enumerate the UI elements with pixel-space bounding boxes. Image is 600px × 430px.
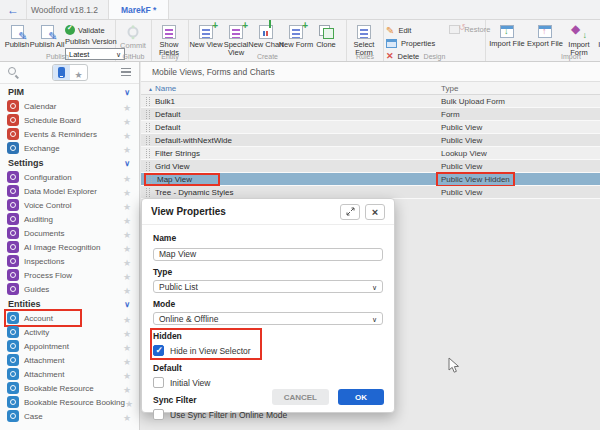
- chevron-down-icon: [372, 282, 377, 292]
- table-row[interactable]: Default Form: [141, 108, 600, 121]
- commit-icon: [125, 25, 141, 40]
- column-header-type[interactable]: Type: [441, 84, 458, 93]
- table-row[interactable]: Grid View Public View: [141, 160, 600, 173]
- tab-marekf[interactable]: MarekF *: [108, 0, 169, 19]
- select-form-icon: [357, 25, 371, 39]
- drag-handle-icon[interactable]: [146, 149, 150, 158]
- ribbon-group-create: New View Special View New Chart New Form…: [189, 20, 347, 61]
- case-icon: [7, 410, 19, 422]
- favorite-star-icon[interactable]: [123, 407, 131, 425]
- hide-in-view-selector-checkbox[interactable]: [153, 345, 164, 356]
- sidebar-item-activity[interactable]: Activity: [0, 325, 139, 339]
- sidebar-item-voice-control[interactable]: Voice Control: [0, 198, 139, 212]
- appointment-icon: [7, 340, 19, 352]
- initial-view-checkbox[interactable]: [153, 377, 164, 388]
- drag-handle-icon[interactable]: [146, 188, 150, 197]
- hide-in-view-selector-row: Hide in View Selector: [153, 344, 251, 357]
- drag-handle-icon[interactable]: [146, 97, 150, 106]
- sidebar-item-guides[interactable]: Guides: [0, 282, 139, 296]
- sidebar-item-calendar[interactable]: Calendar: [0, 99, 139, 113]
- sidebar-item-data-model-explorer[interactable]: Data Model Explorer: [0, 184, 139, 198]
- ribbon-group-entity: Show Fields Entity: [152, 20, 189, 61]
- close-icon[interactable]: [365, 204, 385, 220]
- clone-button[interactable]: Clone: [311, 21, 341, 49]
- attachment-icon: [7, 354, 19, 366]
- views-table: Bulk1 Bulk Upload Form Default Form Defa…: [141, 95, 600, 199]
- new-form-button[interactable]: New Form: [281, 21, 311, 49]
- publish-version-label: Publish Version: [65, 37, 117, 46]
- import-form-icon: [571, 25, 587, 39]
- entity-sidebar: PIM Calendar Schedule Board Events & Rem…: [0, 62, 140, 430]
- drag-handle-icon[interactable]: [146, 110, 150, 119]
- drag-handle-icon[interactable]: [146, 123, 150, 132]
- publish-button[interactable]: Publish: [2, 21, 32, 49]
- sidebar-item-inspections[interactable]: Inspections: [0, 254, 139, 268]
- cancel-button[interactable]: CANCEL: [272, 389, 329, 405]
- type-select[interactable]: Public List: [153, 280, 383, 293]
- edit-button[interactable]: Edit: [386, 25, 435, 36]
- name-input[interactable]: [153, 248, 383, 261]
- drag-handle-icon[interactable]: [146, 162, 150, 171]
- section-entities[interactable]: Entities: [0, 296, 139, 311]
- schedule-board-icon: [7, 114, 19, 126]
- new-chart-icon: [259, 25, 273, 39]
- sidebar-toolbar: [0, 62, 139, 84]
- sidebar-item-attachment[interactable]: Attachment: [0, 353, 139, 367]
- data-model-explorer-icon: [7, 185, 19, 197]
- sidebar-item-ai-image-recognition[interactable]: AI Image Recognition: [0, 240, 139, 254]
- special-view-icon: [229, 25, 243, 39]
- column-header-name[interactable]: Name: [141, 84, 176, 93]
- bookable-resource-booking-icon: [7, 396, 19, 408]
- section-pim[interactable]: PIM: [0, 84, 139, 99]
- section-settings[interactable]: Settings: [0, 155, 139, 170]
- expand-dialog-button[interactable]: [340, 204, 360, 220]
- calendar-icon: [7, 100, 19, 112]
- table-row[interactable]: Bulk1 Bulk Upload Form: [141, 95, 600, 108]
- account-icon: [7, 312, 19, 324]
- list-view-icon[interactable]: [121, 68, 131, 77]
- exchange-icon: [7, 142, 19, 154]
- sidebar-item-exchange[interactable]: Exchange: [0, 141, 139, 155]
- sidebar-item-configuration[interactable]: Configuration: [0, 170, 139, 184]
- mode-select[interactable]: Online & Offline: [153, 312, 383, 325]
- sidebar-item-bookable-resource[interactable]: Bookable Resource: [0, 381, 139, 395]
- sync-filter-checkbox[interactable]: [153, 409, 164, 420]
- import-file-button[interactable]: Import File: [488, 21, 526, 48]
- sidebar-item-process-flow[interactable]: Process Flow: [0, 268, 139, 282]
- events-reminders-icon: [7, 128, 19, 140]
- favorites-toggle[interactable]: [70, 65, 87, 80]
- back-arrow-icon[interactable]: [0, 3, 26, 17]
- publish-all-icon: [41, 25, 54, 39]
- favorite-star-icon[interactable]: [123, 280, 131, 298]
- sidebar-item-schedule-board[interactable]: Schedule Board: [0, 113, 139, 127]
- new-chart-button[interactable]: New Chart: [251, 21, 281, 49]
- table-row-selected-map-view[interactable]: Map View Public View Hidden: [141, 173, 600, 186]
- sidebar-item-bookable-resource-booking[interactable]: Bookable Resource Booking: [0, 395, 139, 409]
- search-icon[interactable]: [8, 67, 19, 78]
- hidden-annotation-box: Hidden Hide in View Selector: [153, 331, 259, 357]
- ok-button[interactable]: OK: [338, 389, 384, 405]
- ai-image-recognition-icon: [7, 241, 19, 253]
- table-row[interactable]: Default-withNextWide Public View: [141, 134, 600, 147]
- export-file-button[interactable]: Export File: [526, 21, 564, 48]
- sidebar-item-case[interactable]: Case: [0, 409, 139, 423]
- publish-all-button[interactable]: Publish All: [32, 21, 62, 49]
- drag-handle-icon[interactable]: [146, 136, 150, 145]
- documents-icon: [7, 227, 19, 239]
- properties-button[interactable]: Properties: [386, 39, 435, 48]
- table-row[interactable]: Default Public View: [141, 121, 600, 134]
- sidebar-item-appointment[interactable]: Appointment: [0, 339, 139, 353]
- new-view-button[interactable]: New View: [191, 21, 221, 49]
- mobile-view-toggle[interactable]: [53, 65, 70, 80]
- favorite-star-icon[interactable]: [123, 139, 131, 157]
- sidebar-item-attachment-2[interactable]: Attachment: [0, 367, 139, 381]
- sort-ascending-icon: [148, 84, 153, 93]
- validate-button[interactable]: Validate: [65, 25, 105, 35]
- sidebar-item-auditing[interactable]: Auditing: [0, 212, 139, 226]
- sidebar-item-documents[interactable]: Documents: [0, 226, 139, 240]
- drag-handle-icon[interactable]: [148, 175, 152, 184]
- chevron-down-icon: [124, 158, 130, 168]
- table-row[interactable]: Filter Strings Lookup View: [141, 147, 600, 160]
- sidebar-item-events-reminders[interactable]: Events & Reminders: [0, 127, 139, 141]
- sidebar-item-account[interactable]: Account: [0, 311, 139, 325]
